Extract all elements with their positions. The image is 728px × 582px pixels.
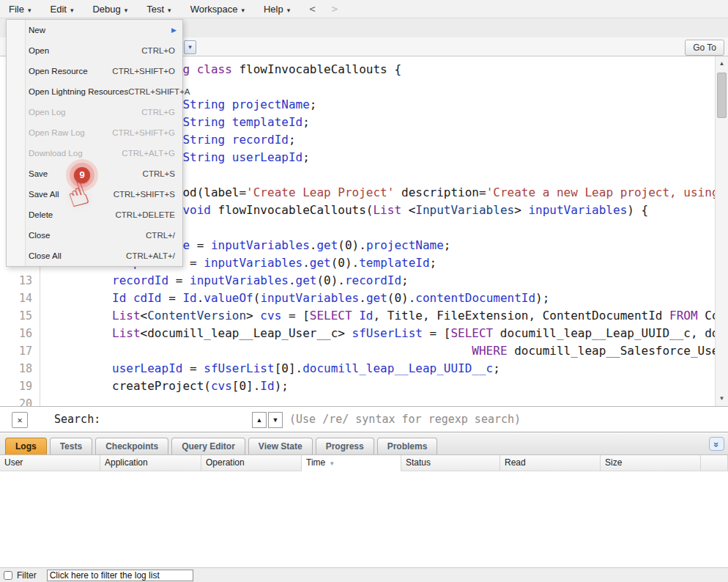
menu-item-shortcut: CTRL+SHIFT+G	[85, 122, 175, 143]
menu-item-label: Open Resource	[29, 61, 88, 81]
menu-item-label: Close	[29, 225, 50, 246]
column-header-time[interactable]: Time▼	[302, 455, 401, 471]
menu-item-shortcut: CTRL+G	[66, 102, 175, 122]
caret-down-icon: ▾	[70, 7, 74, 14]
column-header-read[interactable]: Read	[500, 455, 601, 471]
submenu-arrow-icon: ▶	[171, 20, 177, 40]
tab-progress[interactable]: Progress	[316, 438, 374, 454]
menu-item-new[interactable]: New▶	[7, 20, 182, 40]
line-number: 20	[0, 395, 40, 406]
menu-item-label: Open	[29, 40, 49, 61]
menubar: File▾Edit▾Debug▾Test▾Workspace▾Help▾ < >	[0, 0, 728, 18]
sort-desc-icon: ▼	[329, 460, 335, 467]
tab-checkpoints[interactable]: Checkpoints	[95, 438, 168, 454]
menu-item-shortcut: CTRL+SHIFT+O	[88, 61, 175, 81]
log-table-body[interactable]	[0, 471, 728, 567]
menu-item-save-all[interactable]: Save AllCTRL+SHIFT+S	[7, 184, 182, 205]
menu-item-label: Save All	[29, 184, 59, 205]
code-line[interactable]: List<documill_leap__Leap_User__c> sfUser…	[56, 325, 715, 342]
column-header-blank[interactable]	[701, 455, 728, 471]
column-header-size[interactable]: Size	[601, 455, 701, 471]
menu-item-save[interactable]: SaveCTRL+S	[7, 163, 182, 184]
menubar-item-workspace[interactable]: Workspace▾	[190, 4, 245, 15]
menu-item-download-log: Download LogCTRL+ALT+G	[7, 143, 182, 163]
caret-down-icon: ▾	[28, 7, 31, 14]
menu-item-close[interactable]: CloseCTRL+/	[7, 225, 182, 246]
file-menu: New▶OpenCTRL+OOpen ResourceCTRL+SHIFT+OO…	[6, 19, 183, 267]
menu-item-label: Save	[29, 163, 48, 184]
line-number: 18	[0, 360, 40, 377]
line-number: 16	[0, 325, 40, 342]
menu-item-delete[interactable]: DeleteCTRL+DELETE	[7, 205, 182, 225]
menubar-item-debug[interactable]: Debug▾	[92, 4, 127, 15]
column-label: Status	[406, 457, 431, 468]
menu-item-shortcut: CTRL+SHIFT+S	[59, 184, 175, 205]
scroll-down-icon[interactable]: ▼	[716, 393, 728, 405]
menubar-item-help[interactable]: Help▾	[264, 4, 290, 15]
search-input[interactable]	[111, 411, 247, 429]
search-prev-button[interactable]: ▲	[252, 412, 267, 428]
collapse-panel-button[interactable]: »	[709, 437, 724, 451]
caret-down-icon: ▾	[168, 7, 171, 14]
menu-item-shortcut	[45, 20, 175, 40]
editor-scrollbar[interactable]: ▲ ▼	[715, 56, 728, 406]
column-label: Size	[605, 457, 622, 468]
caret-down-icon: ▾	[287, 7, 291, 14]
column-label: Read	[505, 457, 526, 468]
code-line[interactable]: recordId = inputVariables.get(0).recordI…	[56, 272, 715, 290]
menu-item-open-lightning-resources[interactable]: Open Lightning ResourcesCTRL+SHIFT+A	[7, 81, 182, 102]
column-header-application[interactable]: Application	[100, 455, 201, 471]
filter-input[interactable]	[47, 570, 193, 581]
menu-item-shortcut: CTRL+SHIFT+A	[128, 81, 190, 102]
search-close-button[interactable]: ✕	[12, 412, 28, 428]
search-bar: ✕ Search: ▲ ▼ (Use /re/ syntax for regex…	[0, 406, 728, 432]
tab-query-editor[interactable]: Query Editor	[171, 438, 245, 454]
filter-label: Filter	[17, 570, 37, 581]
code-line[interactable]: WHERE documill_leap__Salesforce_User__c …	[56, 342, 715, 360]
search-label: Search:	[54, 407, 100, 432]
column-label: User	[4, 457, 23, 468]
filter-checkbox[interactable]	[4, 571, 12, 580]
nav-back-button[interactable]: <	[309, 3, 315, 15]
menu-item-open-resource[interactable]: Open ResourceCTRL+SHIFT+O	[7, 61, 182, 81]
tab-tests[interactable]: Tests	[50, 438, 92, 454]
menu-item-open[interactable]: OpenCTRL+O	[7, 40, 182, 61]
menubar-item-edit[interactable]: Edit▾	[50, 4, 73, 15]
filter-bar: Filter	[0, 567, 728, 582]
nav-forward-button[interactable]: >	[332, 3, 338, 15]
caret-down-icon: ▾	[125, 7, 128, 14]
search-next-button[interactable]: ▼	[268, 412, 283, 428]
tab-view-state[interactable]: View State	[248, 438, 313, 454]
menu-item-label: Download Log	[29, 143, 83, 163]
file-switcher-dropdown[interactable]: ▾	[184, 40, 196, 54]
code-line[interactable]: createProject(cvs[0].Id);	[56, 377, 715, 395]
code-line[interactable]: userLeapId = sfUserList[0].documill_leap…	[56, 360, 715, 377]
column-header-status[interactable]: Status	[401, 455, 500, 471]
line-number: 19	[0, 377, 40, 395]
menubar-item-label: Edit	[50, 4, 66, 15]
menu-item-label: Close All	[29, 246, 62, 266]
menubar-item-label: Test	[146, 4, 164, 15]
line-number: 13	[0, 272, 40, 290]
code-line[interactable]	[56, 395, 715, 406]
scrollbar-thumb[interactable]	[717, 73, 727, 118]
code-line[interactable]: List<ContentVersion> cvs = [SELECT Id, T…	[56, 307, 715, 325]
code-line[interactable]: Id cdId = Id.valueOf(inputVariables.get(…	[56, 290, 715, 307]
menubar-item-label: Help	[264, 4, 283, 15]
menu-item-close-all[interactable]: Close AllCTRL+ALT+/	[7, 246, 182, 266]
developer-console-window: File▾Edit▾Debug▾Test▾Workspace▾Help▾ < >…	[0, 0, 728, 582]
column-header-user[interactable]: User	[0, 455, 100, 471]
scroll-up-icon[interactable]: ▲	[716, 58, 728, 70]
menu-item-shortcut: CTRL+O	[49, 40, 175, 61]
column-label: Operation	[206, 457, 245, 468]
menu-item-shortcut: CTRL+ALT+G	[83, 143, 175, 163]
double-chevron-down-icon: »	[710, 442, 723, 447]
menubar-item-file[interactable]: File▾	[9, 4, 31, 15]
menubar-item-test[interactable]: Test▾	[146, 4, 171, 15]
goto-button[interactable]: Go To	[685, 40, 724, 56]
menu-item-label: Open Lightning Resources	[29, 81, 128, 102]
menu-item-label: Delete	[29, 205, 53, 225]
column-header-operation[interactable]: Operation	[201, 455, 302, 471]
tab-problems[interactable]: Problems	[377, 438, 438, 454]
tab-logs[interactable]: Logs	[5, 438, 47, 454]
